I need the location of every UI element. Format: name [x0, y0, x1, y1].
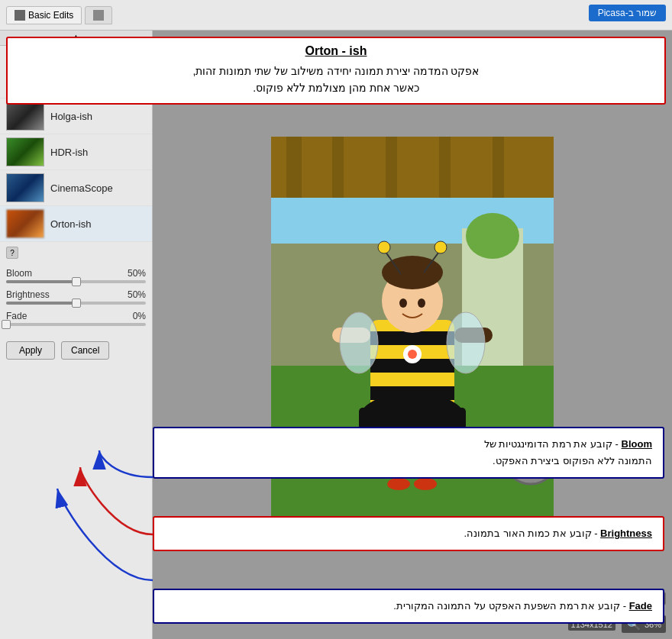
annotation-orton-line2: כאשר אחת מהן מצולמת ללא פוקוס.	[253, 82, 418, 94]
annotation-fade: Fade - קובע את רמת השפעת האפקט על התמונה…	[153, 589, 664, 624]
cancel-button[interactable]: Cancel	[61, 341, 109, 360]
svg-rect-12	[370, 331, 454, 345]
fade-track[interactable]	[6, 323, 146, 326]
annotation-brightness: Brightness - קובע את כמות האור בתמונה.	[153, 516, 664, 551]
svg-point-30	[447, 312, 485, 373]
fade-annotation-title: Fade	[629, 600, 652, 612]
annotation-orton: Orton - ish אפקט המדמה יצירת תמונה יחידה…	[6, 37, 666, 105]
annotation-orton-title: Orton - ish	[17, 44, 655, 58]
hdr-label: HDR-ish	[50, 147, 88, 158]
brightness-fill	[6, 302, 76, 305]
toolbar: Basic Edits שמור ב-Picasa	[0, 0, 672, 31]
sliders-section: Bloom 50% Brightness 50%	[0, 263, 152, 337]
svg-point-29	[340, 312, 378, 373]
question-badge[interactable]: ?	[6, 247, 18, 259]
cinema-thumbnail	[6, 173, 44, 202]
svg-point-23	[399, 299, 407, 308]
annotation-bloom: Bloom - קובע את רמת הדומינגטיות של התמונ…	[153, 427, 664, 479]
fade-header: Fade 0%	[6, 311, 146, 321]
brightness-thumb[interactable]	[72, 299, 81, 308]
annotation-fade-content: Fade - קובע את רמת השפעת האפקט על התמונה…	[165, 598, 652, 615]
app-container: Basic Edits שמור ב-Picasa ▲ Camera Lomo-…	[0, 0, 672, 639]
tab-icon	[15, 10, 25, 21]
second-tab[interactable]	[85, 6, 112, 24]
basic-edits-tab[interactable]: Basic Edits	[6, 6, 82, 24]
fade-slider-row: Fade 0%	[6, 311, 146, 326]
orton-label: Orton-ish	[50, 218, 91, 230]
svg-point-9	[466, 213, 519, 259]
brightness-track[interactable]	[6, 302, 146, 305]
annotation-orton-text: אפקט המדמה יצירת תמונה יחידה משילוב של ש…	[17, 63, 655, 97]
bloom-value: 50%	[128, 268, 146, 279]
orton-thumbnail	[6, 209, 44, 238]
filter-cinema[interactable]: CinemaScope	[0, 170, 152, 206]
svg-point-26	[408, 350, 417, 359]
fade-annotation-text: - קובע את רמת השפעת האפקט על התמונה המקו…	[393, 600, 626, 612]
hdr-thumbnail	[6, 137, 44, 166]
action-buttons: Apply Cancel	[0, 337, 152, 364]
filter-orton[interactable]: Orton-ish	[0, 206, 152, 242]
svg-rect-1	[271, 137, 554, 198]
tab-label: Basic Edits	[28, 10, 73, 21]
apply-button[interactable]: Apply	[6, 341, 55, 360]
annotation-orton-line1: אפקט המדמה יצירת תמונה יחידה משילוב של ש…	[193, 65, 480, 77]
brightness-annotation-title: Brightness	[600, 528, 652, 539]
bloom-label: Bloom	[6, 268, 32, 279]
svg-rect-3	[332, 137, 344, 198]
brightness-label: Brightness	[6, 289, 50, 300]
brightness-annotation-text: - קובע את כמות האור בתמונה.	[464, 528, 597, 539]
svg-point-20	[378, 241, 390, 253]
svg-rect-4	[386, 137, 397, 198]
svg-rect-2	[286, 137, 302, 198]
fade-value: 0%	[133, 311, 146, 321]
svg-rect-6	[493, 137, 504, 198]
holga-thumbnail	[6, 102, 44, 131]
bloom-track[interactable]	[6, 280, 146, 283]
svg-point-36	[414, 478, 437, 490]
second-tab-icon	[93, 10, 104, 21]
svg-point-24	[418, 299, 425, 308]
bloom-annotation-title: Bloom	[622, 438, 652, 450]
annotation-brightness-content: Brightness - קובע את כמות האור בתמונה.	[165, 525, 652, 542]
svg-point-22	[435, 241, 447, 253]
bloom-slider-row: Bloom 50%	[6, 268, 146, 283]
svg-rect-5	[439, 137, 451, 198]
brightness-slider-row: Brightness 50%	[6, 289, 146, 305]
filter-hdr[interactable]: HDR-ish	[0, 134, 152, 170]
svg-point-35	[387, 478, 410, 490]
bloom-thumb[interactable]	[72, 277, 81, 286]
bloom-fill	[6, 280, 76, 283]
annotation-bloom-content: Bloom - קובע את רמת הדומינגטיות של התמונ…	[165, 436, 652, 470]
holga-label: Holga-ish	[50, 111, 92, 122]
brightness-value: 50%	[128, 289, 146, 300]
bloom-annotation-text2: התמונה ללא הפוקוס ביצירת האפקט.	[493, 455, 652, 466]
bloom-annotation-text1: - קובע את רמת הדומינגטיות של	[484, 438, 619, 450]
sidebar: ▲ Camera Lomo-ish Holga-ish HDR-ish Cine…	[0, 31, 153, 639]
cinema-label: CinemaScope	[50, 182, 113, 194]
save-button[interactable]: שמור ב-Picasa	[589, 5, 666, 21]
fade-thumb[interactable]	[2, 320, 11, 329]
